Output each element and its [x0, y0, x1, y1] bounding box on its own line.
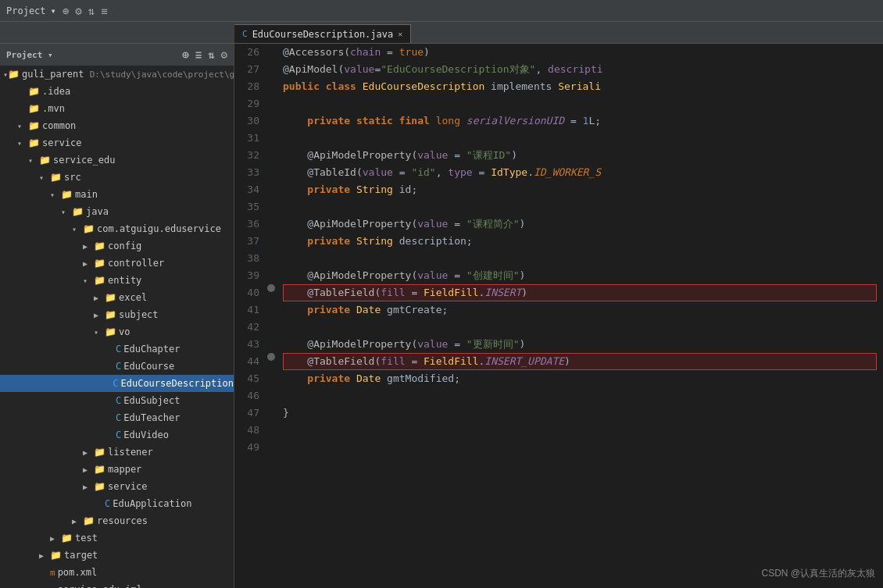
tree-item-excel[interactable]: ▶ 📁 excel [0, 289, 234, 306]
folder-icon: 📁 [39, 155, 51, 166]
tab-close-button[interactable]: ✕ [398, 30, 402, 38]
tree-label: java [86, 206, 109, 217]
tree-item-test[interactable]: ▶ 📁 test [0, 529, 234, 547]
tree-item-mvn[interactable]: 📁 .mvn [0, 100, 234, 117]
tree-item-eduvideo[interactable]: C EduVideo [0, 426, 234, 444]
sidebar-icon-3[interactable]: ⇅ [208, 48, 214, 61]
sidebar-icon-1[interactable]: ⊕ [182, 48, 188, 61]
tree-item-mapper[interactable]: ▶ 📁 mapper [0, 461, 234, 478]
line-numbers: 26 27 28 29 30 31 32 33 34 35 36 37 38 3… [234, 44, 266, 588]
settings-icon[interactable]: ⚙ [75, 5, 81, 17]
tree-item-pom-edu[interactable]: m pom.xml [0, 564, 234, 581]
arrow-icon: ▶ [94, 311, 105, 319]
arrow-icon: ▾ [17, 122, 28, 130]
class-icon: C [113, 378, 118, 389]
tree-item-service[interactable]: ▾ 📁 service [0, 134, 234, 151]
tree-item-service-pkg[interactable]: ▶ 📁 service [0, 478, 234, 495]
tree-label: entity [108, 275, 141, 286]
tree-item-java[interactable]: ▾ 📁 java [0, 203, 234, 220]
project-label[interactable]: Project [6, 5, 46, 16]
code-line-44: @TableField(fill = FieldFill.INSERT_UPDA… [283, 353, 877, 370]
tree-label: com.atguigu.eduservice [97, 223, 221, 234]
tree-item-common[interactable]: ▾ 📁 common [0, 117, 234, 134]
code-line-28: public class EduCourseDescription implem… [283, 80, 601, 92]
sidebar-icon-4[interactable]: ⚙ [221, 48, 227, 61]
class-icon: C [116, 395, 121, 406]
tree-label: EduVideo [123, 429, 169, 440]
title-bar-icons: ⊕ ⚙ ⇅ ≡ [63, 5, 108, 17]
tree-label: guli_parent D:\study\java\code\project\g… [22, 69, 234, 80]
tree-item-resources[interactable]: ▶ 📁 resources [0, 512, 234, 529]
tree-item-listener[interactable]: ▶ 📁 listener [0, 444, 234, 461]
tree-item-service-edu[interactable]: ▾ 📁 service_edu [0, 151, 234, 169]
tree-item-subject[interactable]: ▶ 📁 subject [0, 306, 234, 323]
class-icon: C [116, 429, 121, 440]
code-content[interactable]: @Accessors(chain = true) @ApiModel(value… [277, 44, 883, 588]
class-icon: C [116, 344, 121, 355]
code-line-45: private Date gmtModified; [283, 372, 460, 384]
folder-icon: 📁 [28, 137, 40, 148]
tree-item-main[interactable]: ▾ 📁 main [0, 186, 234, 203]
tree-item-edusubject[interactable]: C EduSubject [0, 392, 234, 409]
layout-icon[interactable]: ⇅ [88, 5, 95, 17]
folder-icon: 📁 [50, 550, 62, 561]
tree-item-educourse[interactable]: C EduCourse [0, 358, 234, 375]
tree-item-iml-edu[interactable]: ◻ service_edu.iml [0, 581, 234, 588]
tree-item-eduteacher[interactable]: C EduTeacher [0, 409, 234, 426]
tree-label: service [108, 481, 148, 492]
gear-icon[interactable]: ≡ [101, 5, 107, 17]
folder-icon: 📁 [83, 515, 95, 526]
tree-item-idea[interactable]: 📁 .idea [0, 83, 234, 100]
folder-icon: 📁 [105, 292, 116, 303]
tree-label: subject [119, 309, 159, 320]
project-dropdown-icon[interactable]: ▾ [51, 5, 56, 16]
tree-item-educhapter[interactable]: C EduChapter [0, 340, 234, 358]
arrow-icon: ▶ [83, 242, 94, 251]
tree-item-root[interactable]: ▾ 📁 guli_parent D:\study\java\code\proje… [0, 66, 234, 83]
arrow-icon: ▾ [50, 191, 61, 199]
arrow-icon: ▾ [61, 208, 72, 216]
code-editor[interactable]: 26 27 28 29 30 31 32 33 34 35 36 37 38 3… [234, 44, 883, 588]
tree-item-com-atguigu[interactable]: ▾ 📁 com.atguigu.eduservice [0, 220, 234, 237]
arrow-icon: ▾ [83, 276, 94, 285]
folder-icon: 📁 [28, 103, 40, 114]
code-line-27: @ApiModel(value="EduCourseDescription对象"… [283, 63, 603, 75]
tree-item-controller[interactable]: ▶ 📁 controller [0, 255, 234, 272]
arrow-icon: ▶ [83, 465, 94, 474]
code-line-40: @TableField(fill = FieldFill.INSERT) [283, 284, 877, 301]
folder-icon: 📁 [94, 447, 105, 458]
tab-edu-course-description[interactable]: C EduCourseDescription.java ✕ [234, 24, 411, 43]
tree-item-entity[interactable]: ▾ 📁 entity [0, 272, 234, 289]
title-bar: Project ▾ ⊕ ⚙ ⇅ ≡ [0, 0, 883, 22]
tree-label: service_edu [53, 155, 115, 166]
tree-item-vo[interactable]: ▾ 📁 vo [0, 323, 234, 340]
tree-item-target[interactable]: ▶ 📁 target [0, 547, 234, 564]
scope-icon[interactable]: ⊕ [63, 5, 69, 17]
tree-label: src [64, 172, 81, 183]
folder-icon: 📁 [61, 533, 73, 543]
code-line-30: private static final long serialVersionU… [283, 115, 601, 127]
tree-label: service_edu.iml [58, 584, 142, 588]
title-bar-left: Project ▾ [6, 5, 56, 16]
tree-label: EduCourseDescription [121, 378, 234, 389]
arrow-icon: ▾ [28, 156, 39, 165]
arrow-icon: ▾ [39, 173, 50, 182]
sidebar-icon-2[interactable]: ≡ [195, 48, 202, 61]
tree-item-src[interactable]: ▾ 📁 src [0, 169, 234, 186]
folder-icon: 📁 [61, 189, 73, 200]
arrow-icon: ▶ [50, 534, 61, 543]
tree-item-config[interactable]: ▶ 📁 config [0, 237, 234, 255]
tree-label: service [42, 137, 82, 148]
tree-label: resources [97, 515, 148, 526]
line-gutter [266, 44, 277, 588]
arrow-icon: ▾ [17, 139, 28, 148]
code-line-33: @TableId(value = "id", type = IdType.ID_… [283, 166, 601, 178]
tree-label: controller [108, 258, 164, 269]
arrow-icon: ▶ [94, 294, 105, 302]
main-area: Project ▾ ⊕ ≡ ⇅ ⚙ ▾ 📁 guli_parent D:\stu… [0, 44, 883, 588]
tree-item-educoursedescription[interactable]: C EduCourseDescription [0, 375, 234, 392]
code-line-36: @ApiModelProperty(value = "课程简介") [283, 218, 525, 230]
folder-icon: 📁 [50, 172, 62, 183]
sidebar-header-icons: ⊕ ≡ ⇅ ⚙ [182, 48, 227, 61]
tree-item-eduapplication[interactable]: C EduApplication [0, 495, 234, 512]
